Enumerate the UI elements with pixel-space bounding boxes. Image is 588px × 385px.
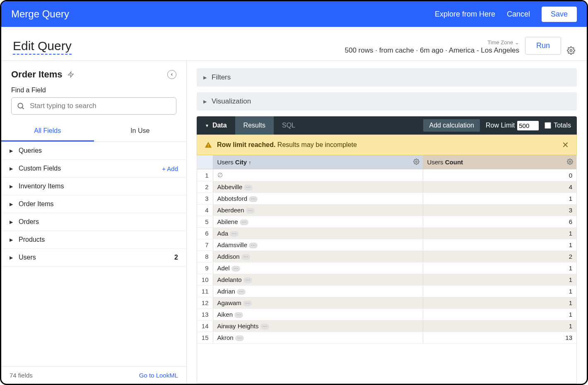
more-icon[interactable]: ⋯ — [246, 208, 255, 214]
table-row: 14Airway Heights⋯1 — [197, 320, 576, 332]
field-group-label: Queries — [19, 147, 42, 154]
explore-from-here-link[interactable]: Explore from Here — [435, 10, 495, 19]
count-cell[interactable]: 1 — [423, 239, 576, 251]
count-cell[interactable]: 4 — [423, 181, 576, 193]
more-icon[interactable]: ⋯ — [260, 324, 269, 330]
results-tab[interactable]: Results — [235, 116, 274, 135]
page-title[interactable]: Edit Query — [13, 39, 72, 55]
field-group-label: Products — [19, 236, 45, 243]
search-input-wrapper[interactable] — [11, 97, 176, 115]
filters-panel[interactable]: ▶ Filters — [197, 68, 577, 87]
more-icon[interactable]: ⋯ — [230, 231, 239, 237]
tab-in-use[interactable]: In Use — [94, 121, 187, 142]
more-icon[interactable]: ⋯ — [244, 185, 253, 190]
city-cell[interactable]: Abbotsford⋯ — [213, 193, 423, 205]
totals-toggle[interactable]: Totals — [545, 122, 571, 129]
search-input[interactable] — [30, 102, 171, 110]
gear-icon[interactable] — [413, 159, 419, 166]
more-icon[interactable]: ⋯ — [240, 219, 248, 225]
subheader: Edit Query Time Zone ⌄ 500 rows · from c… — [1, 27, 587, 61]
row-number: 7 — [197, 239, 213, 251]
city-cell[interactable]: Agawam⋯ — [213, 297, 423, 309]
field-group-label: Custom Fields — [19, 165, 61, 172]
field-group-products[interactable]: ▶Products — [1, 231, 186, 249]
city-header[interactable]: Users City ↑ — [213, 155, 423, 169]
table-row: 6Ada⋯1 — [197, 228, 576, 239]
city-cell[interactable]: Abilene⋯ — [213, 216, 423, 228]
save-button[interactable]: Save — [542, 7, 577, 22]
city-cell[interactable]: Ada⋯ — [213, 228, 423, 239]
count-cell[interactable]: 6 — [423, 216, 576, 228]
count-header[interactable]: Users Count — [423, 155, 576, 169]
gear-icon[interactable] — [567, 159, 573, 166]
caret-right-icon: ▶ — [10, 202, 13, 207]
count-cell[interactable]: 1 — [423, 193, 576, 205]
row-number: 13 — [197, 309, 213, 320]
city-cell[interactable]: Adel⋯ — [213, 262, 423, 274]
data-tab[interactable]: ▼ Data — [197, 116, 235, 135]
go-to-lookml-link[interactable]: Go to LookML — [139, 372, 178, 379]
tab-all-fields[interactable]: All Fields — [1, 121, 94, 142]
count-cell[interactable]: 13 — [423, 332, 576, 344]
more-icon[interactable]: ⋯ — [241, 254, 250, 260]
add-calculation-button[interactable]: Add calculation — [423, 119, 480, 132]
close-icon[interactable]: ✕ — [562, 140, 569, 150]
visualization-panel[interactable]: ▶ Visualization — [197, 92, 577, 111]
more-icon[interactable]: ⋯ — [237, 289, 246, 295]
city-cell[interactable]: Airway Heights⋯ — [213, 320, 423, 332]
count-cell[interactable]: 1 — [423, 262, 576, 274]
count-cell[interactable]: 1 — [423, 286, 576, 297]
run-button[interactable]: Run — [525, 37, 561, 55]
field-group-label: Orders — [19, 218, 39, 226]
totals-checkbox[interactable] — [545, 122, 551, 129]
count-cell[interactable]: 1 — [423, 320, 576, 332]
row-number: 15 — [197, 332, 213, 344]
more-icon[interactable]: ⋯ — [234, 312, 243, 318]
city-cell[interactable]: Abbeville⋯ — [213, 181, 423, 193]
count-cell[interactable]: 0 — [423, 169, 576, 181]
city-cell[interactable]: Akron⋯ — [213, 332, 423, 344]
collapse-sidebar-icon[interactable] — [167, 70, 176, 79]
table-row: 15Akron⋯13 — [197, 332, 576, 344]
timezone-selector[interactable]: Time Zone ⌄ — [487, 39, 519, 46]
table-row: 7Adamsville⋯1 — [197, 239, 576, 251]
city-cell[interactable]: Adelanto⋯ — [213, 274, 423, 286]
city-cell[interactable]: Aberdeen⋯ — [213, 205, 423, 216]
row-limit-input[interactable] — [517, 121, 539, 130]
field-group-users[interactable]: ▶Users2 — [1, 249, 186, 267]
field-group-orders[interactable]: ▶Orders — [1, 213, 186, 231]
more-icon[interactable]: ⋯ — [231, 266, 240, 272]
sql-tab[interactable]: SQL — [274, 116, 304, 135]
add-custom-field-button[interactable]: + Add — [162, 165, 178, 172]
bolt-icon — [67, 70, 74, 79]
more-icon[interactable]: ⋯ — [249, 243, 258, 248]
field-group-custom-fields[interactable]: ▶Custom Fields+ Add — [1, 160, 186, 178]
gear-icon[interactable] — [567, 46, 575, 55]
more-icon[interactable]: ⋯ — [235, 335, 244, 341]
more-icon[interactable]: ⋯ — [243, 277, 252, 283]
city-cell[interactable]: Adrian⋯ — [213, 286, 423, 297]
row-number: 2 — [197, 181, 213, 193]
city-cell[interactable]: Aiken⋯ — [213, 309, 423, 320]
cancel-link[interactable]: Cancel — [507, 10, 530, 19]
row-number: 11 — [197, 286, 213, 297]
rownum-header — [197, 155, 213, 169]
count-cell[interactable]: 1 — [423, 309, 576, 320]
field-group-queries[interactable]: ▶Queries — [1, 142, 186, 160]
count-cell[interactable]: 1 — [423, 297, 576, 309]
find-field-label: Find a Field — [1, 82, 186, 96]
city-cell[interactable]: Adamsville⋯ — [213, 239, 423, 251]
count-cell[interactable]: 1 — [423, 274, 576, 286]
more-icon[interactable]: ⋯ — [243, 301, 252, 306]
more-icon[interactable]: ⋯ — [249, 196, 258, 202]
count-cell[interactable]: 1 — [423, 228, 576, 239]
city-cell[interactable]: ∅ — [213, 169, 423, 181]
field-group-order-items[interactable]: ▶Order Items — [1, 195, 186, 213]
field-group-inventory-items[interactable]: ▶Inventory Items — [1, 178, 186, 195]
city-cell[interactable]: Addison⋯ — [213, 251, 423, 262]
field-group-label: Users — [19, 254, 36, 261]
count-cell[interactable]: 3 — [423, 205, 576, 216]
count-cell[interactable]: 2 — [423, 251, 576, 262]
table-row: 3Abbotsford⋯1 — [197, 193, 576, 205]
row-number: 4 — [197, 205, 213, 216]
